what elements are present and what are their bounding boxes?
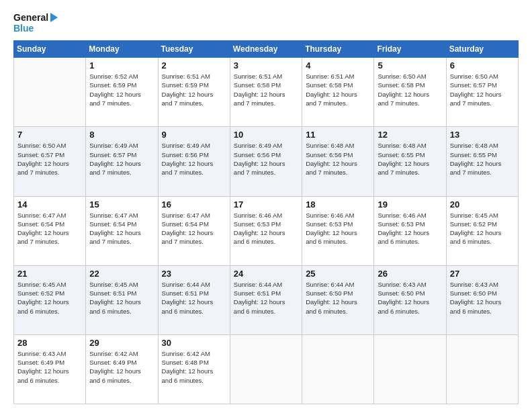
day-detail: Sunrise: 6:48 AM Sunset: 6:55 PM Dayligh… <box>378 141 442 177</box>
day-detail: Sunrise: 6:46 AM Sunset: 6:53 PM Dayligh… <box>234 211 298 246</box>
day-detail: Sunrise: 6:42 AM Sunset: 6:49 PM Dayligh… <box>89 349 154 385</box>
day-number: 1 <box>89 60 154 71</box>
calendar-week-4: 21Sunrise: 6:45 AM Sunset: 6:52 PM Dayli… <box>14 265 519 334</box>
day-number: 21 <box>17 269 82 279</box>
calendar-cell: 15Sunrise: 6:47 AM Sunset: 6:54 PM Dayli… <box>86 196 158 265</box>
day-detail: Sunrise: 6:49 AM Sunset: 6:56 PM Dayligh… <box>234 141 298 177</box>
day-detail: Sunrise: 6:48 AM Sunset: 6:56 PM Dayligh… <box>306 141 370 177</box>
day-detail: Sunrise: 6:50 AM Sunset: 6:57 PM Dayligh… <box>17 141 82 177</box>
day-number: 28 <box>17 338 82 348</box>
weekday-thursday: Thursday <box>302 41 374 58</box>
calendar-cell: 23Sunrise: 6:44 AM Sunset: 6:51 PM Dayli… <box>158 265 230 334</box>
day-number: 8 <box>89 130 154 140</box>
day-detail: Sunrise: 6:44 AM Sunset: 6:50 PM Dayligh… <box>306 280 370 316</box>
calendar-cell: 24Sunrise: 6:44 AM Sunset: 6:51 PM Dayli… <box>230 265 302 334</box>
day-number: 14 <box>17 199 82 210</box>
weekday-wednesday: Wednesday <box>230 41 302 58</box>
day-number: 20 <box>450 199 515 210</box>
day-detail: Sunrise: 6:43 AM Sunset: 6:49 PM Dayligh… <box>17 349 82 385</box>
calendar-cell: 2Sunrise: 6:51 AM Sunset: 6:59 PM Daylig… <box>158 58 230 127</box>
day-detail: Sunrise: 6:51 AM Sunset: 6:58 PM Dayligh… <box>306 72 370 107</box>
calendar-cell <box>374 334 446 404</box>
page-header: General Blue <box>13 12 519 34</box>
day-number: 13 <box>450 130 515 140</box>
calendar-cell: 14Sunrise: 6:47 AM Sunset: 6:54 PM Dayli… <box>14 196 86 265</box>
day-number: 26 <box>378 269 442 279</box>
calendar-cell: 1Sunrise: 6:52 AM Sunset: 6:59 PM Daylig… <box>86 58 158 127</box>
day-detail: Sunrise: 6:48 AM Sunset: 6:55 PM Dayligh… <box>450 141 515 177</box>
weekday-friday: Friday <box>374 41 446 58</box>
calendar-cell: 18Sunrise: 6:46 AM Sunset: 6:53 PM Dayli… <box>302 196 374 265</box>
calendar-table: SundayMondayTuesdayWednesdayThursdayFrid… <box>13 40 519 404</box>
calendar-cell: 29Sunrise: 6:42 AM Sunset: 6:49 PM Dayli… <box>86 334 158 404</box>
weekday-header-row: SundayMondayTuesdayWednesdayThursdayFrid… <box>14 41 519 58</box>
weekday-sunday: Sunday <box>14 41 86 58</box>
day-number: 12 <box>378 130 442 140</box>
day-number: 24 <box>234 269 298 279</box>
calendar-cell: 20Sunrise: 6:45 AM Sunset: 6:52 PM Dayli… <box>446 196 518 265</box>
day-number: 10 <box>234 130 298 140</box>
day-number: 29 <box>89 338 154 348</box>
day-detail: Sunrise: 6:45 AM Sunset: 6:52 PM Dayligh… <box>450 211 515 246</box>
day-detail: Sunrise: 6:44 AM Sunset: 6:51 PM Dayligh… <box>162 280 226 316</box>
calendar-cell <box>230 334 302 404</box>
calendar-cell <box>14 58 86 127</box>
weekday-monday: Monday <box>86 41 158 58</box>
weekday-saturday: Saturday <box>446 41 518 58</box>
calendar-cell: 21Sunrise: 6:45 AM Sunset: 6:52 PM Dayli… <box>14 265 86 334</box>
calendar-cell <box>302 334 374 404</box>
day-detail: Sunrise: 6:47 AM Sunset: 6:54 PM Dayligh… <box>17 211 82 246</box>
day-number: 6 <box>450 60 515 71</box>
day-detail: Sunrise: 6:45 AM Sunset: 6:51 PM Dayligh… <box>89 280 154 316</box>
calendar-week-1: 1Sunrise: 6:52 AM Sunset: 6:59 PM Daylig… <box>14 58 519 127</box>
day-detail: Sunrise: 6:50 AM Sunset: 6:58 PM Dayligh… <box>378 72 442 107</box>
day-number: 11 <box>306 130 370 140</box>
day-detail: Sunrise: 6:47 AM Sunset: 6:54 PM Dayligh… <box>162 211 226 246</box>
day-number: 5 <box>378 60 442 71</box>
calendar-cell: 3Sunrise: 6:51 AM Sunset: 6:58 PM Daylig… <box>230 58 302 127</box>
calendar-week-5: 28Sunrise: 6:43 AM Sunset: 6:49 PM Dayli… <box>14 334 519 404</box>
day-number: 2 <box>162 60 226 71</box>
day-number: 3 <box>234 60 298 71</box>
calendar-cell: 9Sunrise: 6:49 AM Sunset: 6:56 PM Daylig… <box>158 127 230 196</box>
day-number: 9 <box>162 130 226 140</box>
day-number: 4 <box>306 60 370 71</box>
weekday-tuesday: Tuesday <box>158 41 230 58</box>
day-detail: Sunrise: 6:49 AM Sunset: 6:57 PM Dayligh… <box>89 141 154 177</box>
day-number: 19 <box>378 199 442 210</box>
calendar-cell: 16Sunrise: 6:47 AM Sunset: 6:54 PM Dayli… <box>158 196 230 265</box>
calendar-cell: 22Sunrise: 6:45 AM Sunset: 6:51 PM Dayli… <box>86 265 158 334</box>
logo: General Blue <box>13 12 58 34</box>
calendar-cell <box>446 334 518 404</box>
calendar-cell: 8Sunrise: 6:49 AM Sunset: 6:57 PM Daylig… <box>86 127 158 196</box>
day-detail: Sunrise: 6:44 AM Sunset: 6:51 PM Dayligh… <box>234 280 298 316</box>
day-number: 27 <box>450 269 515 279</box>
day-number: 22 <box>89 269 154 279</box>
calendar-week-2: 7Sunrise: 6:50 AM Sunset: 6:57 PM Daylig… <box>14 127 519 196</box>
day-detail: Sunrise: 6:52 AM Sunset: 6:59 PM Dayligh… <box>89 72 154 107</box>
day-detail: Sunrise: 6:51 AM Sunset: 6:59 PM Dayligh… <box>162 72 226 107</box>
day-detail: Sunrise: 6:45 AM Sunset: 6:52 PM Dayligh… <box>17 280 82 316</box>
calendar-cell: 25Sunrise: 6:44 AM Sunset: 6:50 PM Dayli… <box>302 265 374 334</box>
calendar-cell: 28Sunrise: 6:43 AM Sunset: 6:49 PM Dayli… <box>14 334 86 404</box>
day-number: 25 <box>306 269 370 279</box>
logo-arrow <box>50 13 58 22</box>
day-number: 23 <box>162 269 226 279</box>
day-detail: Sunrise: 6:46 AM Sunset: 6:53 PM Dayligh… <box>306 211 370 246</box>
day-detail: Sunrise: 6:51 AM Sunset: 6:58 PM Dayligh… <box>234 72 298 107</box>
calendar-cell: 11Sunrise: 6:48 AM Sunset: 6:56 PM Dayli… <box>302 127 374 196</box>
day-number: 7 <box>17 130 82 140</box>
day-detail: Sunrise: 6:43 AM Sunset: 6:50 PM Dayligh… <box>450 280 515 316</box>
day-detail: Sunrise: 6:46 AM Sunset: 6:53 PM Dayligh… <box>378 211 442 246</box>
calendar-cell: 6Sunrise: 6:50 AM Sunset: 6:57 PM Daylig… <box>446 58 518 127</box>
calendar-cell: 17Sunrise: 6:46 AM Sunset: 6:53 PM Dayli… <box>230 196 302 265</box>
calendar-cell: 13Sunrise: 6:48 AM Sunset: 6:55 PM Dayli… <box>446 127 518 196</box>
day-detail: Sunrise: 6:42 AM Sunset: 6:48 PM Dayligh… <box>162 349 226 385</box>
day-number: 15 <box>89 199 154 210</box>
calendar-cell: 7Sunrise: 6:50 AM Sunset: 6:57 PM Daylig… <box>14 127 86 196</box>
calendar-cell: 5Sunrise: 6:50 AM Sunset: 6:58 PM Daylig… <box>374 58 446 127</box>
day-detail: Sunrise: 6:50 AM Sunset: 6:57 PM Dayligh… <box>450 72 515 107</box>
logo-blue: Blue <box>13 23 58 34</box>
calendar-cell: 4Sunrise: 6:51 AM Sunset: 6:58 PM Daylig… <box>302 58 374 127</box>
day-number: 17 <box>234 199 298 210</box>
